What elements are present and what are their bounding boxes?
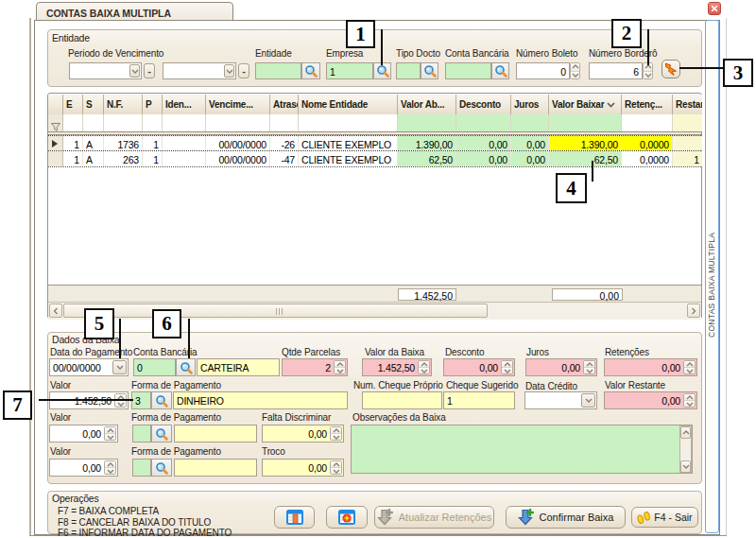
grid-view-button[interactable] [274,506,315,529]
qtde-parcelas-spinner[interactable] [334,360,346,374]
table-row[interactable]: 1 A 1736 1 00/00/0000 -26 CLIENTE EXEMPL… [48,135,701,151]
processar-button[interactable] [662,60,680,78]
cell-nome-entidade[interactable]: CLIENTE EXEMPLO [299,136,398,150]
forma-pagamento1-codigo-input[interactable]: 3 [131,391,151,409]
valor2-spinner[interactable] [104,426,116,441]
grid-filter-cell[interactable] [456,114,511,131]
grid-header-e[interactable]: E [63,95,83,114]
grid-header-valor-baixar[interactable]: Valor Baixar [549,95,622,114]
cell-nome-entidade[interactable]: CLIENTE EXEMPLO [299,151,398,166]
entidade-search-button[interactable] [301,62,320,79]
cell-p[interactable]: 1 [143,136,163,150]
cell-valor-aberto[interactable]: 62,50 [398,151,456,166]
data-pagamento-dropdown-button[interactable] [112,360,127,374]
numero-boleto-spinner[interactable] [570,62,580,79]
cell-s[interactable]: A [83,151,104,166]
cell-atraso[interactable]: -26 [270,136,299,150]
observacoes-scrollbar[interactable] [679,425,692,473]
numero-bordero-input[interactable]: 6 [589,62,643,79]
grid-filter-cell[interactable] [63,114,83,131]
grid-header-vencimento[interactable]: Vencime... [206,95,270,114]
cell-vencimento[interactable]: 00/00/0000 [206,136,270,150]
table-row[interactable]: 1 A 263 1 00/00/0000 -47 CLIENTE EXEMPLO… [48,151,701,167]
forma-pagamento2-codigo-input[interactable] [132,425,151,443]
grid-header-desconto[interactable]: Desconto [456,95,511,114]
periodo-to-clear-button[interactable]: - [238,63,249,78]
cell-p[interactable]: 1 [143,151,163,166]
grid-filter-cell[interactable] [549,114,622,131]
grid-header-restante[interactable]: Restante [673,95,702,114]
observacoes-scroll-down-button[interactable] [680,460,691,473]
forma-pagamento3-codigo-input[interactable] [132,459,151,477]
scroll-right-button[interactable] [687,304,700,318]
cell-s[interactable]: A [83,136,104,150]
cell-retencoes[interactable]: 0,0000 [622,151,673,166]
grid-filter-cell[interactable] [622,114,673,131]
sair-button[interactable]: F4 - Sair [631,507,698,528]
grid-header-p[interactable]: P [143,95,163,114]
tipo-docto-search-button[interactable] [421,62,438,79]
grid-filter-cell[interactable] [511,114,549,131]
empresa-input[interactable]: 1 [326,62,373,79]
cell-iden[interactable] [163,136,206,150]
dados-conta-bancaria-codigo-input[interactable]: 0 [133,358,176,376]
tab-contas-baixa-multipla[interactable]: CONTAS BAIXA MULTIPLA [36,2,233,21]
confirmar-baixa-button[interactable]: Confirmar Baixa [506,506,626,529]
grid-filter-indicator[interactable] [48,114,63,131]
atualizar-retencoes-button[interactable]: Atualizar Retenções [374,506,494,529]
entidade-input[interactable] [255,62,301,79]
grid-filter-cell[interactable] [673,114,702,131]
cell-valor-baixar[interactable]: 1.390,00 [549,136,622,150]
grid-filter-cell[interactable] [104,114,143,131]
cell-juros[interactable]: 0,00 [511,151,549,166]
falta-discriminar-spinner[interactable] [330,426,342,441]
cell-nf[interactable]: 263 [104,151,143,166]
close-button[interactable] [708,2,721,15]
troco-spinner[interactable] [330,460,342,475]
cell-desconto[interactable]: 0,00 [456,136,511,150]
cell-iden[interactable] [163,151,206,166]
cell-nf[interactable]: 1736 [104,136,143,150]
cell-restante[interactable]: 1 [673,151,702,166]
grid-filter-cell[interactable] [143,114,163,131]
grid-header-retencoes[interactable]: Retenç... [622,95,673,114]
data-credito-dropdown-button[interactable] [581,393,595,408]
grid-header-juros[interactable]: Juros [511,95,549,114]
grid-header-nf[interactable]: N.F. [104,95,143,114]
forma-pagamento2-search-button[interactable] [151,425,172,443]
grid-filter-cell[interactable] [398,114,456,131]
grid-header-nome-entidade[interactable]: Nome Entidade [299,95,398,114]
valor-restante-spinner[interactable] [683,393,696,408]
cell-e[interactable]: 1 [63,136,83,150]
grid-filter-cell[interactable] [83,114,104,131]
cell-atraso[interactable]: -47 [270,151,299,166]
valor-da-baixa-spinner[interactable] [418,360,430,374]
periodo-from-clear-button[interactable]: - [144,63,155,78]
cell-vencimento[interactable]: 00/00/0000 [206,151,270,166]
periodo-from-dropdown-button[interactable] [129,64,140,78]
grid-header-s[interactable]: S [83,95,104,114]
cell-valor-aberto[interactable]: 1.390,00 [398,136,456,150]
grid-horizontal-scrollbar[interactable] [48,302,701,320]
cell-juros[interactable]: 0,00 [511,136,549,150]
grid-filter-cell[interactable] [206,114,270,131]
scroll-left-button[interactable] [49,304,62,318]
grid-filter-cell[interactable] [270,114,299,131]
cell-restante[interactable] [673,136,702,150]
grid-header-valor-aberto[interactable]: Valor Ab... [398,95,456,114]
grid-filter-cell[interactable] [163,114,206,131]
periodo-to-dropdown-button[interactable] [224,64,234,78]
observacoes-scroll-up-button[interactable] [680,426,691,439]
cell-retencoes[interactable]: 0,0000 [622,136,673,150]
conta-bancaria-input[interactable] [445,62,491,79]
num-cheque-proprio-input[interactable] [362,391,442,409]
cell-valor-baixar[interactable]: 62,50 [549,151,622,166]
forma-pagamento3-search-button[interactable] [151,459,172,477]
dados-conta-bancaria-search-button[interactable] [176,358,196,376]
grid-settings-button[interactable] [326,506,368,529]
observacoes-textarea[interactable] [351,425,693,474]
conta-bancaria-search-button[interactable] [491,62,509,79]
dados-desconto-spinner[interactable] [501,360,513,374]
valor3-spinner[interactable] [104,460,116,475]
dados-retencoes-spinner[interactable] [683,360,696,374]
